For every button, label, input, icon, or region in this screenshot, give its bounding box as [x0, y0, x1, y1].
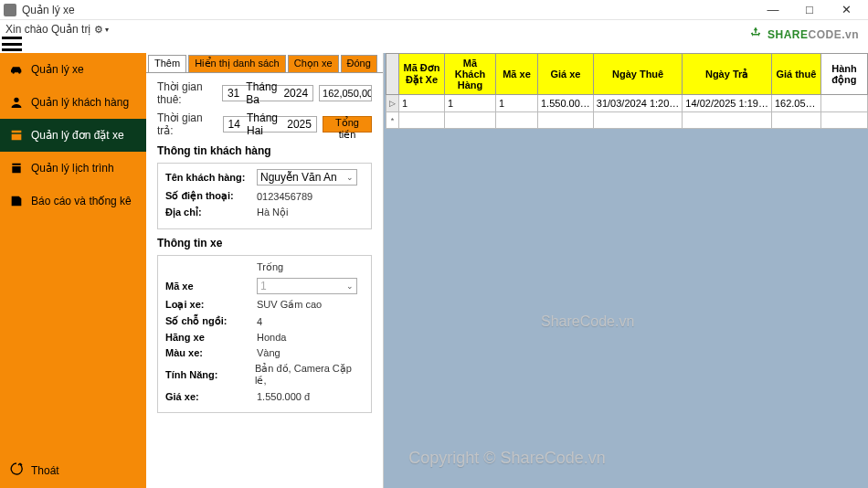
col-price[interactable]: Giá xe [538, 54, 594, 95]
report-icon [9, 194, 24, 208]
car-brand-value: Honda [257, 332, 286, 343]
sidebar-item-schedule[interactable]: Quản lý lịch trình [0, 152, 146, 185]
sidebar-item-customers[interactable]: Quản lý khách hàng [0, 86, 146, 119]
car-section-title: Thông tin xe [157, 237, 372, 249]
tab-add[interactable]: Thêm [148, 55, 186, 72]
hamburger-icon[interactable] [2, 37, 22, 51]
sidebar-exit[interactable]: Thoát [0, 452, 146, 488]
watermark-side: ShareCode.vn [541, 313, 634, 330]
customer-section-title: Thông tin khách hàng [157, 144, 372, 157]
cust-phone-value: 0123456789 [257, 191, 312, 202]
car-icon [9, 62, 24, 77]
rent-amount-field[interactable]: 162,050,000 đ [319, 85, 372, 101]
tab-list[interactable]: Hiển thị danh sách [188, 55, 286, 72]
car-empty-label: Trống [257, 261, 283, 273]
rent-date-picker[interactable]: 31 Tháng Ba 2024 [222, 85, 313, 101]
chevron-down-icon: ⌄ [346, 173, 354, 182]
car-brand-label: Hãng xe [165, 332, 257, 343]
sub-header: Xin chào Quản trị ⚙ ▾ [0, 20, 868, 38]
window-maximize-button[interactable]: □ [791, 0, 828, 20]
return-date-picker[interactable]: 14 Tháng Hai 2025 [223, 116, 317, 133]
table-new-row[interactable]: * [386, 112, 868, 129]
window-minimize-button[interactable]: — [755, 0, 791, 20]
data-grid-wrap: Mã Đơn Đặt Xe Mã Khách Hàng Mã xe Giá xe… [386, 53, 868, 129]
recycle-icon [747, 26, 764, 42]
sidebar: Quản lý xe Quản lý khách hàng Quản lý đơ… [0, 53, 146, 488]
car-price-value: 1.550.000 đ [257, 391, 310, 402]
car-info-panel: Trống Mã xe 1⌄ Loại xe:SUV Gầm cao Số ch… [157, 255, 372, 413]
sidebar-item-label: Quản lý lịch trình [31, 162, 114, 175]
chevron-down-icon: ⌄ [346, 281, 354, 291]
sidebar-item-cars[interactable]: Quản lý xe [0, 53, 146, 86]
col-action[interactable]: Hành động [820, 54, 867, 95]
greeting-label: Xin chào Quản trị [5, 23, 90, 36]
brand-logo: SHARECODE.vn [747, 24, 859, 43]
total-button[interactable]: Tổng tiền [323, 116, 372, 133]
cust-addr-value: Hà Nội [257, 207, 289, 218]
calendar-icon [9, 161, 24, 175]
car-feat-label: Tính Năng: [165, 369, 255, 380]
sidebar-exit-label: Thoát [31, 464, 59, 477]
tab-choose[interactable]: Chọn xe [288, 55, 339, 72]
users-icon [9, 95, 24, 110]
new-row-icon: * [386, 112, 399, 129]
cust-phone-label: Số điện thoại: [165, 190, 257, 202]
col-rent-date[interactable]: Ngày Thuê [593, 54, 683, 95]
cust-name-select[interactable]: Nguyễn Văn An⌄ [257, 169, 357, 186]
col-car-id[interactable]: Mã xe [496, 54, 538, 95]
sidebar-item-label: Quản lý đơn đặt xe [31, 129, 124, 142]
gear-dropdown-caret[interactable]: ▾ [105, 26, 109, 34]
customer-info-panel: Tên khách hàng: Nguyễn Văn An⌄ Số điện t… [157, 163, 372, 229]
col-order-id[interactable]: Mã Đơn Đặt Xe [399, 54, 445, 95]
exit-icon [9, 461, 24, 479]
car-type-label: Loại xe: [165, 299, 257, 311]
rent-time-label: Thời gian thuê: [157, 80, 217, 106]
car-feat-value: Bản đồ, Camera Cặp lề, [255, 363, 364, 387]
car-id-label: Mã xe [165, 281, 257, 292]
return-time-label: Thời gian trả: [157, 111, 217, 137]
grid-header-row: Mã Đơn Đặt Xe Mã Khách Hàng Mã xe Giá xe… [386, 54, 868, 95]
car-id-select[interactable]: 1⌄ [257, 278, 357, 294]
sidebar-item-orders[interactable]: Quản lý đơn đặt xe [0, 119, 146, 152]
window-close-button[interactable]: ✕ [828, 0, 864, 20]
window-title: Quản lý xe [22, 4, 75, 16]
col-return-date[interactable]: Ngày Trả [683, 54, 772, 95]
table-row[interactable]: ▷ 1 1 1 1.550.00… 31/03/2024 1:20… 14/02… [386, 95, 868, 112]
car-seats-label: Số chỗ ngồi: [165, 315, 257, 327]
window-titlebar: Quản lý xe — □ ✕ [0, 0, 868, 20]
orders-grid[interactable]: Mã Đơn Đặt Xe Mã Khách Hàng Mã xe Giá xe… [386, 53, 868, 129]
gear-icon[interactable]: ⚙ [94, 24, 103, 36]
sidebar-item-label: Báo cáo và thống kê [31, 195, 132, 207]
cust-name-label: Tên khách hàng: [165, 172, 257, 183]
sidebar-item-reports[interactable]: Báo cáo và thống kê [0, 185, 146, 217]
form-tabs: Thêm Hiển thị danh sách Chọn xe Đóng [146, 55, 383, 73]
car-seats-value: 4 [257, 316, 262, 327]
sidebar-item-label: Quản lý khách hàng [31, 96, 129, 109]
content-area: Thêm Hiển thị danh sách Chọn xe Đóng Thờ… [146, 53, 868, 488]
car-color-value: Vàng [257, 347, 281, 358]
form-panel: Thêm Hiển thị danh sách Chọn xe Đóng Thờ… [146, 53, 384, 488]
watermark-center: Copyright © ShareCode.vn [408, 449, 605, 468]
sidebar-item-label: Quản lý xe [31, 63, 84, 76]
car-color-label: Màu xe: [165, 347, 257, 358]
tab-close[interactable]: Đóng [341, 55, 377, 72]
car-price-label: Giá xe: [165, 391, 257, 402]
app-icon [4, 4, 16, 16]
car-type-value: SUV Gầm cao [257, 299, 322, 311]
order-icon [9, 128, 24, 143]
row-indicator-icon: ▷ [386, 95, 399, 112]
col-cust-id[interactable]: Mã Khách Hàng [445, 54, 496, 95]
cust-addr-label: Địa chỉ: [165, 207, 257, 218]
col-rent-price[interactable]: Giá thuê [771, 54, 820, 95]
